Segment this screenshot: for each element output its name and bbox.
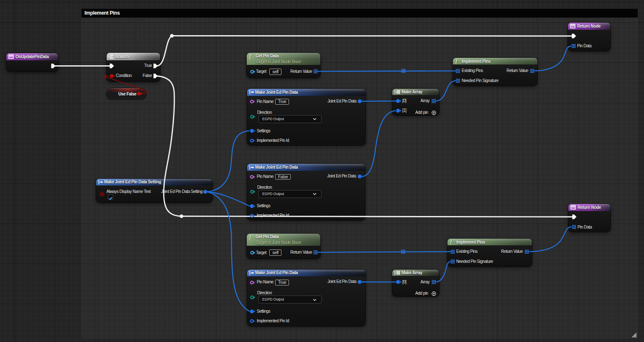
svg-text:}: } [98, 180, 100, 184]
svg-text:f: f [249, 54, 252, 59]
svg-text:f: f [455, 59, 458, 64]
svg-text:}: } [394, 90, 396, 94]
svg-text:}: } [249, 90, 251, 94]
svg-text:f: f [450, 239, 452, 244]
svg-text:}: } [249, 165, 251, 170]
svg-text:}: } [249, 271, 251, 275]
svg-text:}: } [394, 270, 396, 275]
svg-text:f: f [249, 235, 252, 240]
